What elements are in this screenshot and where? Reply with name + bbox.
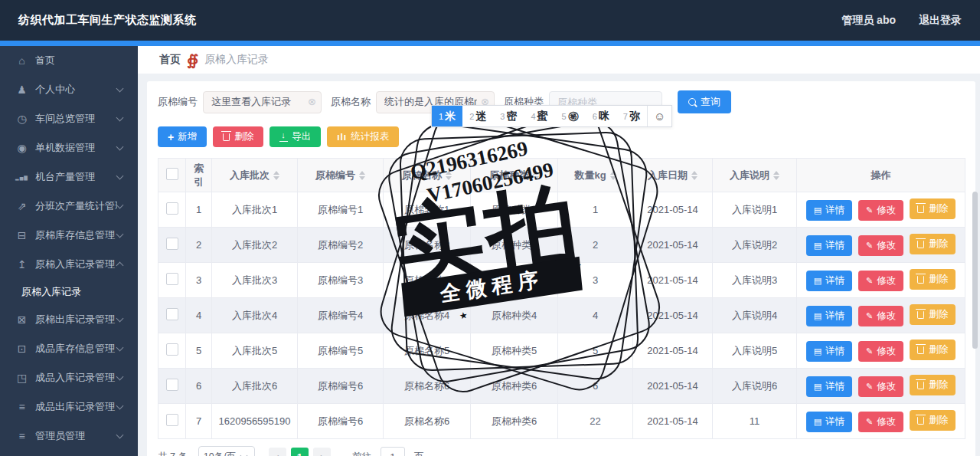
sidebar-item-product-stock[interactable]: ⊡成品库存信息管理	[0, 334, 138, 363]
row-checkbox[interactable]	[166, 238, 178, 250]
pen-icon: ✎	[866, 241, 873, 250]
detail-button[interactable]: ▤详情	[806, 235, 852, 256]
sidebar-item-raw-stock[interactable]: ⊟原棉库存信息管理	[0, 221, 138, 250]
sidebar-item-admin[interactable]: ≡管理员管理	[0, 422, 138, 451]
candidate-number: 5	[562, 112, 567, 121]
row-checkbox[interactable]	[166, 202, 178, 215]
records-table: 索引入库批次原棉编号原棉名称原棉种类数量kg入库日期入库说明操作 1入库批次1原…	[158, 158, 965, 439]
ime-candidate[interactable]: 5㊙	[555, 106, 586, 126]
column-header[interactable]: 入库批次	[212, 159, 298, 192]
clock-icon: ◷	[15, 113, 28, 125]
clear-icon[interactable]: ⊗	[308, 97, 316, 107]
monitor-icon: ⊡	[15, 343, 28, 355]
logout-link[interactable]: 退出登录	[919, 14, 962, 28]
next-page-button[interactable]: ›	[313, 448, 331, 456]
sort-icon[interactable]	[610, 171, 616, 180]
query-button[interactable]: 查询	[678, 90, 731, 113]
table-cell: 6	[186, 369, 212, 404]
header-accent-bar	[0, 41, 980, 46]
current-page-button[interactable]: 1	[291, 448, 309, 456]
chevron-down-icon	[116, 143, 124, 151]
table-cell: 7	[186, 404, 212, 439]
sidebar-item-product-inbound[interactable]: ◳成品入库记录管理	[0, 363, 138, 392]
row-checkbox[interactable]	[166, 343, 178, 356]
detail-button[interactable]: ▤详情	[806, 412, 852, 432]
edit-button[interactable]: ✎修改	[858, 412, 903, 432]
row-delete-button[interactable]: 删除	[910, 234, 956, 254]
export-button[interactable]: 导出	[270, 126, 321, 147]
select-all-checkbox[interactable]	[166, 168, 178, 180]
sidebar-item-profile[interactable]: ♟个人中心	[0, 75, 138, 104]
edit-button[interactable]: ✎修改	[858, 341, 903, 362]
column-label: 入库批次	[230, 169, 270, 181]
edit-button[interactable]: ✎修改	[858, 376, 903, 397]
column-header[interactable]: 原棉编号	[298, 159, 384, 192]
sidebar-subitem-active[interactable]: 原棉入库记录	[0, 279, 138, 305]
report-button[interactable]: ılı 统计报表	[327, 126, 399, 147]
row-checkbox[interactable]	[166, 414, 178, 426]
row-checkbox[interactable]	[166, 273, 178, 285]
ime-candidate[interactable]: 2迷	[462, 106, 493, 126]
sort-icon[interactable]	[691, 171, 697, 180]
ime-candidate[interactable]: 6咪	[586, 106, 616, 126]
table-row: 71620956595190原棉编号6原棉名称6原棉种类6222021-05-1…	[158, 404, 965, 439]
ime-candidate[interactable]: 7弥	[616, 106, 647, 126]
row-delete-button[interactable]: 删除	[910, 304, 956, 325]
sidebar-item-workshop-overview[interactable]: ◷车间总览管理	[0, 104, 138, 133]
column-header[interactable]: 入库说明	[713, 159, 797, 192]
table-cell: 原棉种类1	[471, 192, 558, 228]
sidebar-item-shift-output[interactable]: ⇗分班次产量统计管理	[0, 192, 138, 221]
ime-candidate[interactable]: 4蜜	[524, 106, 554, 126]
sidebar-item-product-outbound[interactable]: ≡成品出库记录管理	[0, 392, 138, 422]
detail-button[interactable]: ▤详情	[806, 200, 852, 221]
document-icon: ▤	[814, 312, 822, 320]
sidebar-item-raw-inbound[interactable]: ↥原棉入库记录管理	[0, 250, 138, 279]
sort-icon[interactable]	[273, 171, 279, 180]
detail-button[interactable]: ▤详情	[806, 306, 852, 326]
detail-button[interactable]: ▤详情	[806, 271, 852, 291]
row-delete-button[interactable]: 删除	[910, 410, 956, 431]
scrollbar-thumb[interactable]	[972, 192, 978, 349]
sidebar-item-label: 车间总览管理	[35, 112, 117, 126]
detail-label: 详情	[825, 415, 844, 428]
detail-button[interactable]: ▤详情	[806, 341, 852, 362]
edit-button[interactable]: ✎修改	[858, 235, 903, 256]
current-user[interactable]: 管理员 abo	[841, 14, 896, 28]
row-checkbox[interactable]	[166, 308, 178, 320]
column-header[interactable]: 原棉名称	[384, 159, 471, 192]
sort-icon[interactable]	[359, 171, 365, 180]
row-delete-button[interactable]: 删除	[910, 198, 956, 219]
add-button[interactable]: + 新增	[158, 126, 207, 147]
batch-delete-button[interactable]: 删除	[213, 126, 263, 147]
row-delete-button[interactable]: 删除	[910, 375, 956, 395]
sort-icon[interactable]	[533, 171, 539, 180]
edit-button[interactable]: ✎修改	[858, 200, 903, 221]
column-header[interactable]: 数量kg	[558, 159, 633, 192]
sort-icon[interactable]	[446, 171, 452, 180]
emoji-toggle-icon[interactable]: ☺	[647, 106, 671, 126]
prev-page-button[interactable]: ‹	[269, 448, 286, 456]
breadcrumb-home[interactable]: 首页	[159, 53, 181, 67]
row-checkbox[interactable]	[166, 379, 178, 391]
detail-button[interactable]: ▤详情	[806, 376, 852, 397]
page-size-select[interactable]: 10条/页	[198, 446, 255, 456]
ime-candidate[interactable]: 3密	[493, 106, 524, 126]
raw-cotton-code-input[interactable]	[203, 91, 322, 113]
sidebar-item-machine-data[interactable]: ◉单机数据管理	[0, 133, 138, 162]
row-delete-button[interactable]: 删除	[910, 269, 956, 290]
sidebar-item-machine-output[interactable]: ▂▅▇机台产量管理	[0, 162, 138, 192]
sidebar-item-raw-outbound[interactable]: ⊠原棉出库记录管理	[0, 305, 138, 334]
sort-icon[interactable]	[773, 171, 779, 180]
edit-button[interactable]: ✎修改	[858, 306, 903, 326]
row-delete-button[interactable]: 删除	[910, 340, 956, 360]
sort-asc-icon	[446, 171, 452, 175]
sidebar-item-home[interactable]: ⌂首页	[0, 46, 138, 75]
column-header[interactable]: 入库日期	[633, 159, 713, 192]
edit-button[interactable]: ✎修改	[858, 271, 903, 291]
row-actions: ▤详情✎修改删除	[797, 192, 965, 228]
column-header[interactable]: 原棉种类	[471, 159, 558, 192]
sidebar-item-label: 首页	[35, 54, 126, 67]
ime-candidate[interactable]: 1米	[432, 106, 462, 126]
goto-page-input[interactable]	[381, 447, 405, 456]
table-cell: 原棉名称1	[384, 192, 471, 228]
